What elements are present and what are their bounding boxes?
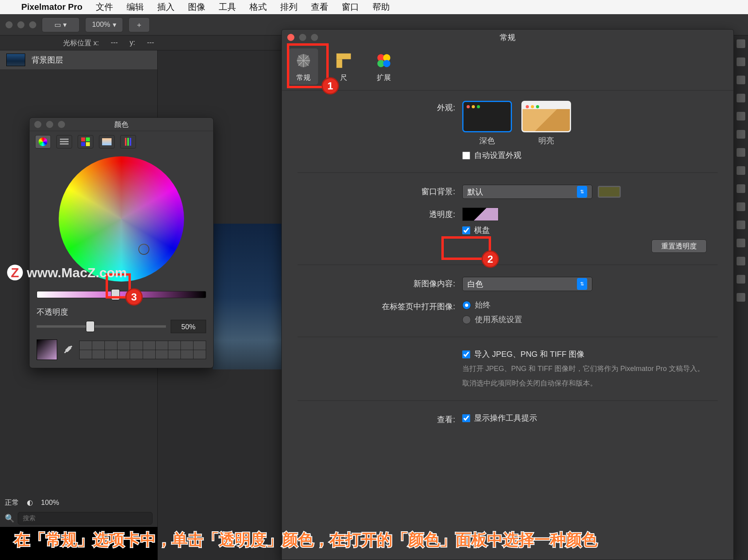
new-image-content-select[interactable]: 白色⇅ (462, 277, 592, 291)
layers-footer: 正常 ◐ 100% (0, 495, 157, 510)
show-tool-tips-checkbox[interactable]: 显示操作工具提示 (462, 413, 718, 423)
prefs-tabs[interactable]: 常规 尺 扩展 (282, 45, 733, 91)
reset-transparency-button[interactable]: 重置透明度 (651, 239, 707, 253)
import-subtext2: 取消选中此项同时会关闭自动保存和版本。 (462, 378, 718, 389)
opacity-icon[interactable]: ◐ (27, 498, 33, 507)
menu-tools[interactable]: 工具 (219, 1, 236, 13)
menu-image[interactable]: 图像 (188, 1, 205, 13)
extensions-icon (374, 51, 394, 70)
label-window-bg: 窗口背景: (298, 185, 455, 197)
color-tab-image[interactable] (99, 135, 115, 148)
prefs-body: 外观: 深色 明亮 (282, 91, 733, 435)
color-wheel-cursor[interactable] (138, 244, 149, 255)
color-tab-pencils[interactable] (120, 135, 136, 148)
zoom-select[interactable]: 100%▾ (85, 17, 123, 32)
ruler-icon (334, 51, 354, 70)
color-panel-traffic-lights[interactable] (34, 121, 65, 128)
layer-opacity-value[interactable]: 100% (41, 499, 59, 507)
label-view: 查看: (298, 413, 455, 425)
color-tab-sliders[interactable] (56, 135, 72, 148)
tool-icon[interactable] (737, 275, 745, 284)
tool-icon[interactable] (737, 239, 745, 247)
right-tool-strip[interactable] (734, 35, 748, 560)
layer-thumbnail (6, 54, 25, 66)
palette-grid[interactable] (79, 341, 206, 359)
color-mode-tabs[interactable] (30, 131, 213, 152)
tool-icon[interactable] (737, 221, 745, 229)
color-panel-window[interactable]: 颜色 不透明度 50% (29, 117, 214, 368)
watermark-logo-icon: Z (7, 265, 23, 280)
tool-icon[interactable] (737, 166, 745, 175)
tool-icon[interactable] (737, 202, 745, 211)
badge-2: 2 (482, 250, 499, 268)
color-wheel[interactable] (59, 156, 184, 282)
menu-edit[interactable]: 编辑 (127, 1, 144, 13)
transparency-color-well[interactable] (462, 208, 499, 221)
current-color-swatch[interactable] (37, 339, 57, 360)
layer-search-row: 🔍 (0, 510, 157, 527)
tool-icon[interactable] (737, 76, 745, 84)
cursor-x: --- (111, 39, 118, 47)
tool-icon[interactable] (737, 39, 745, 48)
opacity-label: 不透明度 (30, 301, 213, 320)
eyedropper-icon[interactable] (63, 344, 74, 355)
tool-icon[interactable] (737, 94, 745, 102)
prefs-traffic-lights[interactable] (287, 34, 318, 41)
search-icon: 🔍 (5, 512, 15, 525)
tool-icon[interactable] (737, 112, 745, 121)
tool-icon[interactable] (737, 57, 745, 66)
tool-icon[interactable] (737, 293, 745, 302)
tool-icon[interactable] (737, 130, 745, 139)
label-new-image-content: 新图像内容: (298, 277, 455, 289)
auto-appearance-checkbox[interactable]: 自动设置外观 (462, 150, 718, 161)
import-images-checkbox[interactable]: 导入 JPEG、PNG 和 TIFF 图像 (462, 349, 718, 360)
menu-help[interactable]: 帮助 (372, 1, 390, 13)
tool-icon[interactable] (737, 148, 745, 157)
prefs-titlebar[interactable]: 常规 (282, 30, 733, 45)
canvas-image (213, 224, 284, 369)
prefs-tab-extensions[interactable]: 扩展 (369, 48, 398, 85)
badge-1: 1 (322, 77, 339, 95)
label-appearance: 外观: (298, 101, 455, 113)
radio-open-system[interactable]: 使用系统设置 (462, 314, 718, 325)
opacity-slider[interactable] (37, 325, 166, 328)
menu-view[interactable]: 查看 (311, 1, 328, 13)
badge-3: 3 (125, 288, 143, 306)
new-tab-button[interactable]: ＋ (128, 17, 150, 32)
layer-name: 背景图层 (32, 55, 63, 65)
app-name[interactable]: Pixelmator Pro (21, 2, 82, 12)
svg-rect-7 (337, 59, 342, 68)
color-panel-title: 颜色 (114, 120, 128, 129)
window-traffic-lights[interactable] (6, 21, 36, 28)
menu-format[interactable]: 格式 (249, 1, 267, 13)
menu-insert[interactable]: 插入 (157, 1, 175, 13)
tool-icon[interactable] (737, 257, 745, 265)
color-panel-titlebar[interactable]: 颜色 (30, 118, 213, 131)
menu-arrange[interactable]: 排列 (280, 1, 298, 13)
opacity-value-field[interactable]: 50% (171, 320, 206, 333)
appearance-light-option[interactable]: 明亮 (521, 101, 571, 146)
label-transparency: 透明度: (298, 208, 455, 220)
checkerboard-checkbox[interactable]: 棋盘 (462, 225, 718, 235)
layer-row[interactable]: 背景图层 (0, 50, 157, 69)
blend-mode[interactable]: 正常 (5, 498, 19, 507)
window-bg-color-well[interactable] (598, 186, 621, 198)
instruction-caption: 在「常规」选项卡中，单击「透明度」颜色，在打开的「颜色」面板中选择一种颜色 (14, 529, 740, 551)
import-subtext1: 当打开 JPEG、PNG 和 TIFF 图像时，它们将作为 Pixelmator… (462, 363, 718, 374)
label-open-in-tabs: 在标签页中打开图像: (298, 300, 455, 312)
window-bg-select[interactable]: 默认⇅ (462, 185, 592, 199)
svg-rect-6 (337, 54, 351, 59)
tool-icon[interactable] (737, 184, 745, 193)
mac-menubar[interactable]: Pixelmator Pro 文件 编辑 插入 图像 工具 格式 排列 查看 窗… (0, 0, 748, 14)
radio-open-always[interactable]: 始终 (462, 300, 718, 310)
appearance-dark-option[interactable]: 深色 (462, 101, 512, 146)
layer-search-input[interactable] (18, 512, 153, 525)
menu-file[interactable]: 文件 (96, 1, 113, 13)
cursor-y: --- (147, 39, 154, 47)
layout-mode-button[interactable]: ▭ ▾ (42, 17, 80, 32)
menu-window[interactable]: 窗口 (342, 1, 359, 13)
preferences-window[interactable]: 常规 常规 尺 扩展 外观: (281, 29, 734, 560)
color-tab-wheel[interactable] (35, 135, 51, 148)
color-tab-palettes[interactable] (78, 135, 93, 148)
cursor-label: 光标位置 x: (63, 38, 99, 48)
